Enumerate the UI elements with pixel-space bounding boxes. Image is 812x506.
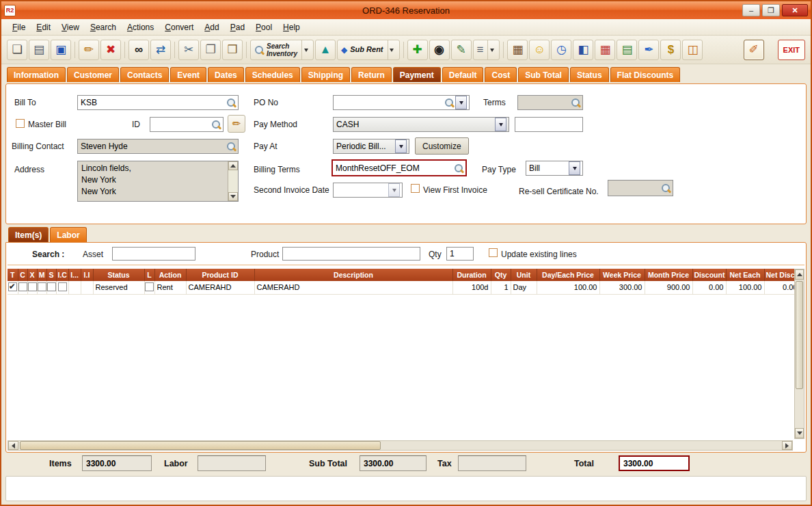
cube-button[interactable]: ▦ (595, 40, 615, 60)
note-button[interactable]: ✎ (451, 40, 472, 60)
row-checkbox-l[interactable] (145, 282, 154, 291)
col-idot[interactable]: I... (68, 269, 81, 281)
product-input[interactable] (282, 247, 420, 261)
tab-flat-discounts[interactable]: Flat Discounts (610, 67, 681, 82)
scroll-up-icon[interactable] (795, 269, 804, 280)
vertical-scrollbar[interactable] (794, 269, 804, 439)
col-week-price[interactable]: Week Price (599, 269, 645, 281)
menu-actions[interactable]: Actions (122, 21, 159, 34)
scroll-down-icon[interactable] (795, 428, 804, 438)
menu-help[interactable]: Help (278, 21, 306, 34)
pay-type-select[interactable]: Bill (526, 161, 583, 176)
table-row[interactable]: Reserved Rent CAMERAHD CAMERAHD 100d 1 D… (8, 281, 800, 294)
add-line-button[interactable]: ✚ (407, 40, 428, 60)
id-edit-button[interactable]: ✏ (228, 115, 245, 133)
col-ic[interactable]: I.C (56, 269, 68, 281)
second-invoice-date-select[interactable] (333, 183, 403, 198)
availability-button[interactable]: ◉ (429, 40, 450, 60)
close-button[interactable]: ✕ (782, 4, 808, 16)
menu-view[interactable]: View (56, 21, 85, 34)
id-search-icon[interactable] (211, 120, 221, 129)
pay-method-select[interactable]: CASH (333, 117, 509, 132)
exit-button[interactable]: EXIT (778, 40, 805, 60)
key-button[interactable]: ✒ (638, 40, 659, 60)
stack-button[interactable]: ≡ (473, 40, 500, 60)
col-ii[interactable]: I.I (81, 269, 93, 281)
tab-labor[interactable]: Labor (50, 227, 86, 242)
save-button[interactable]: ▣ (51, 40, 71, 60)
col-product-id[interactable]: Product ID (186, 269, 254, 281)
menu-pool[interactable]: Pool (250, 21, 278, 34)
col-description[interactable]: Description (254, 269, 452, 281)
asset-input[interactable] (112, 247, 195, 261)
tab-cost[interactable]: Cost (485, 67, 517, 82)
col-m[interactable]: M (37, 269, 46, 281)
sub-rent-button[interactable]: ◆ Sub Rent (337, 40, 400, 60)
menu-add[interactable]: Add (199, 21, 224, 34)
col-status[interactable]: Status (93, 269, 144, 281)
notepad-button[interactable]: ▤ (617, 40, 637, 60)
pay-at-dropdown-icon[interactable] (395, 139, 407, 153)
blocks-button[interactable]: ◫ (682, 40, 703, 60)
vertical-scroll-thumb[interactable] (796, 281, 803, 389)
book-button[interactable]: ◧ (573, 40, 593, 60)
smiley-button[interactable]: ☺ (529, 40, 550, 60)
menu-edit[interactable]: Edit (31, 21, 56, 34)
replace-button[interactable]: ⇄ (150, 40, 171, 60)
tab-dates[interactable]: Dates (208, 67, 244, 82)
clock-button[interactable]: ◷ (551, 40, 571, 60)
tab-sub-total[interactable]: Sub Total (518, 67, 569, 82)
resell-certificate-search-icon[interactable] (661, 183, 671, 193)
tab-payment[interactable]: Payment (393, 67, 441, 82)
row-checkbox-m[interactable] (38, 282, 46, 291)
col-unit[interactable]: Unit (511, 269, 537, 281)
tab-default[interactable]: Default (442, 67, 484, 82)
pay-type-dropdown-icon[interactable] (569, 161, 580, 175)
cut-button[interactable]: ✂ (178, 40, 199, 60)
address-scroll-up-icon[interactable] (228, 161, 238, 170)
col-month-price[interactable]: Month Price (645, 269, 692, 281)
search-inventory-dropdown-icon[interactable] (301, 40, 310, 59)
qty-input[interactable]: 1 (446, 247, 474, 261)
row-checkbox-s[interactable] (47, 282, 56, 291)
second-invoice-date-dropdown-icon[interactable] (388, 183, 400, 197)
row-checkbox-x[interactable] (28, 282, 37, 291)
tab-schedules[interactable]: Schedules (245, 67, 300, 82)
tab-customer[interactable]: Customer (67, 67, 119, 82)
pay-method-extra-input[interactable] (515, 117, 583, 132)
search-inventory-button[interactable]: Search Inventory (250, 40, 314, 60)
menu-search[interactable]: Search (85, 21, 122, 34)
tab-items[interactable]: Item(s) (8, 227, 49, 242)
wand-button[interactable]: ✐ (744, 40, 764, 60)
row-checkbox-ic[interactable] (58, 282, 67, 291)
tab-shipping[interactable]: Shipping (301, 67, 350, 82)
row-checkbox-t[interactable] (8, 282, 17, 291)
col-c[interactable]: C (18, 269, 27, 281)
new-button[interactable]: ❏ (7, 40, 27, 60)
po-no-input[interactable] (333, 95, 470, 110)
maximize-button[interactable]: ❐ (762, 4, 780, 16)
tab-contacts[interactable]: Contacts (120, 67, 169, 82)
delete-button[interactable]: ✖ (100, 40, 121, 60)
sub-rent-dropdown-icon[interactable] (388, 40, 396, 59)
terms-search-icon[interactable] (571, 98, 580, 107)
col-l[interactable]: L (144, 269, 154, 281)
tab-return[interactable]: Return (351, 67, 392, 82)
billing-contact-search-icon[interactable] (226, 142, 236, 151)
customize-button[interactable]: Customize (415, 137, 469, 155)
po-no-dropdown[interactable] (455, 96, 467, 109)
col-t[interactable]: T (8, 269, 18, 281)
horizontal-scrollbar[interactable] (8, 440, 793, 451)
coins-button[interactable]: $ (660, 40, 681, 60)
stack-dropdown-icon[interactable] (487, 40, 496, 59)
col-action[interactable]: Action (154, 269, 186, 281)
scroll-right-icon[interactable] (782, 441, 792, 450)
menu-pad[interactable]: Pad (225, 21, 250, 34)
id-input[interactable] (150, 117, 224, 132)
col-qty[interactable]: Qty (491, 269, 511, 281)
scroll-left-icon[interactable] (8, 441, 18, 450)
bill-to-search-icon[interactable] (226, 98, 236, 107)
col-duration[interactable]: Duration (452, 269, 491, 281)
address-textarea[interactable]: Lincoln fields, New York New York (77, 161, 239, 202)
billing-terms-search-icon[interactable] (454, 163, 463, 173)
